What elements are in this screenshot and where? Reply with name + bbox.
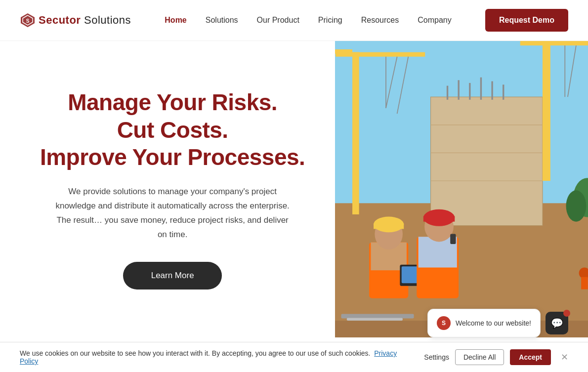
chat-notification-badge bbox=[563, 310, 570, 317]
cookie-decline-button[interactable]: Decline All bbox=[455, 349, 504, 365]
chat-widget: S Welcome to our website! 💬 bbox=[427, 309, 568, 337]
hero-image bbox=[335, 41, 588, 337]
hero-content: Manage Your Risks. Cut Costs. Improve Yo… bbox=[0, 41, 335, 337]
chat-open-button[interactable]: 💬 bbox=[546, 312, 568, 334]
logo-brand: Secutor bbox=[39, 14, 81, 26]
request-demo-button[interactable]: Request Demo bbox=[485, 9, 568, 32]
svg-text:S: S bbox=[26, 18, 30, 24]
nav-solutions[interactable]: Solutions bbox=[206, 16, 238, 25]
hero-headline-line3: Improve Your Processes. bbox=[40, 144, 305, 170]
cookie-banner: We use cookies on our website to see how… bbox=[0, 342, 588, 372]
nav-our-product[interactable]: Our Product bbox=[257, 16, 299, 25]
chat-bubble: S Welcome to our website! bbox=[427, 309, 541, 337]
svg-rect-46 bbox=[335, 41, 588, 337]
cookie-close-button[interactable]: ✕ bbox=[561, 352, 568, 363]
nav-company[interactable]: Company bbox=[418, 16, 451, 25]
chat-welcome-text: Welcome to our website! bbox=[456, 319, 531, 327]
nav-home[interactable]: Home bbox=[165, 16, 186, 25]
hero-headline-line2: Cut Costs. bbox=[117, 117, 228, 143]
cookie-accept-button[interactable]: Accept bbox=[510, 349, 551, 365]
cookie-text: We use cookies on our website to see how… bbox=[20, 349, 414, 365]
cookie-settings-button[interactable]: Settings bbox=[424, 353, 449, 361]
main-nav: Home Solutions Our Product Pricing Resou… bbox=[165, 16, 451, 25]
secutor-logo-icon: S bbox=[20, 12, 36, 28]
chat-avatar: S bbox=[437, 316, 451, 330]
hero-section: Manage Your Risks. Cut Costs. Improve Yo… bbox=[0, 41, 588, 337]
hero-headline: Manage Your Risks. Cut Costs. Improve Yo… bbox=[40, 89, 305, 171]
nav-pricing[interactable]: Pricing bbox=[318, 16, 342, 25]
hero-image-container bbox=[335, 41, 588, 337]
chat-icon: 💬 bbox=[551, 317, 563, 329]
hero-subtext: We provide solutions to manage your comp… bbox=[54, 185, 291, 242]
cookie-buttons: Settings Decline All Accept ✕ bbox=[424, 349, 568, 365]
hero-headline-line1: Manage Your Risks. bbox=[68, 89, 277, 115]
nav-resources[interactable]: Resources bbox=[361, 16, 399, 25]
logo: S Secutor Solutions bbox=[20, 12, 131, 28]
learn-more-button[interactable]: Learn More bbox=[123, 262, 222, 289]
logo-rest: Solutions bbox=[81, 14, 131, 26]
header: S Secutor Solutions Home Solutions Our P… bbox=[0, 0, 588, 41]
construction-scene-svg bbox=[335, 41, 588, 337]
